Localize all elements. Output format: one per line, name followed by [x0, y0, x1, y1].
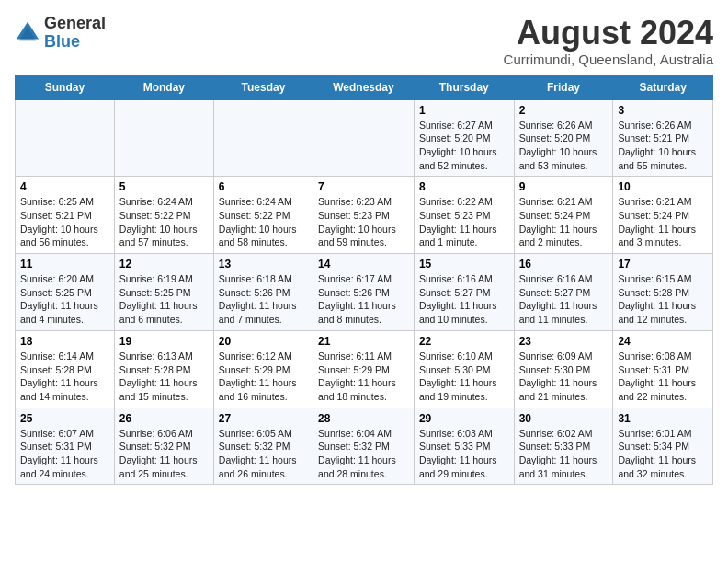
day-info: Sunrise: 6:13 AM Sunset: 5:28 PM Dayligh…: [119, 350, 209, 404]
calendar-cell: 8Sunrise: 6:22 AM Sunset: 5:23 PM Daylig…: [414, 177, 514, 254]
day-info: Sunrise: 6:01 AM Sunset: 5:34 PM Dayligh…: [618, 427, 708, 481]
day-number: 19: [119, 335, 209, 348]
calendar-cell: 15Sunrise: 6:16 AM Sunset: 5:27 PM Dayli…: [414, 254, 514, 331]
day-info: Sunrise: 6:24 AM Sunset: 5:22 PM Dayligh…: [219, 195, 308, 249]
calendar-cell: 5Sunrise: 6:24 AM Sunset: 5:22 PM Daylig…: [114, 177, 213, 254]
day-header-wednesday: Wednesday: [313, 75, 415, 99]
day-number: 8: [419, 180, 509, 193]
logo: General Blue: [15, 15, 106, 52]
calendar-cell: 23Sunrise: 6:09 AM Sunset: 5:30 PM Dayli…: [514, 330, 613, 408]
day-info: Sunrise: 6:02 AM Sunset: 5:33 PM Dayligh…: [519, 427, 609, 481]
day-info: Sunrise: 6:26 AM Sunset: 5:20 PM Dayligh…: [519, 119, 609, 173]
day-info: Sunrise: 6:18 AM Sunset: 5:26 PM Dayligh…: [219, 272, 308, 327]
day-number: 27: [219, 412, 308, 425]
day-number: 20: [219, 335, 308, 348]
day-number: 16: [519, 258, 609, 270]
day-number: 1: [419, 104, 509, 117]
day-number: 17: [618, 258, 708, 270]
week-row-2: 4Sunrise: 6:25 AM Sunset: 5:21 PM Daylig…: [16, 177, 713, 254]
day-info: Sunrise: 6:21 AM Sunset: 5:24 PM Dayligh…: [519, 195, 609, 249]
day-number: 22: [419, 335, 509, 348]
calendar-body: 1Sunrise: 6:27 AM Sunset: 5:20 PM Daylig…: [16, 99, 713, 485]
calendar-table: SundayMondayTuesdayWednesdayThursdayFrid…: [15, 75, 713, 486]
calendar-cell: 24Sunrise: 6:08 AM Sunset: 5:31 PM Dayli…: [613, 330, 713, 408]
calendar-cell: 21Sunrise: 6:11 AM Sunset: 5:29 PM Dayli…: [313, 330, 415, 408]
calendar-cell: 4Sunrise: 6:25 AM Sunset: 5:21 PM Daylig…: [16, 177, 115, 254]
calendar-cell: 17Sunrise: 6:15 AM Sunset: 5:28 PM Dayli…: [613, 254, 713, 331]
day-info: Sunrise: 6:03 AM Sunset: 5:33 PM Dayligh…: [419, 427, 509, 481]
calendar-cell: 26Sunrise: 6:06 AM Sunset: 5:32 PM Dayli…: [114, 408, 213, 485]
calendar-cell: 1Sunrise: 6:27 AM Sunset: 5:20 PM Daylig…: [414, 99, 514, 177]
week-row-5: 25Sunrise: 6:07 AM Sunset: 5:31 PM Dayli…: [16, 408, 713, 485]
calendar-cell: 2Sunrise: 6:26 AM Sunset: 5:20 PM Daylig…: [514, 99, 613, 177]
calendar-cell: 3Sunrise: 6:26 AM Sunset: 5:21 PM Daylig…: [613, 99, 713, 177]
location: Currimundi, Queensland, Australia: [504, 52, 713, 67]
day-header-sunday: Sunday: [16, 75, 115, 99]
week-row-3: 11Sunrise: 6:20 AM Sunset: 5:25 PM Dayli…: [16, 254, 713, 331]
day-info: Sunrise: 6:05 AM Sunset: 5:32 PM Dayligh…: [219, 427, 308, 481]
calendar-cell: 22Sunrise: 6:10 AM Sunset: 5:30 PM Dayli…: [414, 330, 514, 408]
day-header-monday: Monday: [114, 75, 213, 99]
calendar-cell: 9Sunrise: 6:21 AM Sunset: 5:24 PM Daylig…: [514, 177, 613, 254]
day-info: Sunrise: 6:11 AM Sunset: 5:29 PM Dayligh…: [318, 350, 409, 404]
calendar-cell: 25Sunrise: 6:07 AM Sunset: 5:31 PM Dayli…: [16, 408, 115, 485]
calendar-header: SundayMondayTuesdayWednesdayThursdayFrid…: [16, 75, 713, 99]
calendar-cell: 7Sunrise: 6:23 AM Sunset: 5:23 PM Daylig…: [313, 177, 415, 254]
day-number: 11: [20, 258, 109, 270]
day-number: 31: [618, 412, 708, 425]
day-info: Sunrise: 6:06 AM Sunset: 5:32 PM Dayligh…: [119, 427, 209, 481]
calendar-cell: [16, 99, 115, 177]
day-info: Sunrise: 6:09 AM Sunset: 5:30 PM Dayligh…: [519, 350, 609, 404]
day-number: 24: [618, 335, 708, 348]
calendar-cell: 19Sunrise: 6:13 AM Sunset: 5:28 PM Dayli…: [114, 330, 213, 408]
day-info: Sunrise: 6:21 AM Sunset: 5:24 PM Dayligh…: [618, 195, 708, 249]
day-number: 13: [219, 258, 308, 270]
day-number: 21: [318, 335, 409, 348]
day-info: Sunrise: 6:16 AM Sunset: 5:27 PM Dayligh…: [519, 272, 609, 327]
calendar-cell: 13Sunrise: 6:18 AM Sunset: 5:26 PM Dayli…: [213, 254, 313, 331]
day-info: Sunrise: 6:15 AM Sunset: 5:28 PM Dayligh…: [618, 272, 708, 327]
day-info: Sunrise: 6:27 AM Sunset: 5:20 PM Dayligh…: [419, 119, 509, 173]
day-number: 2: [519, 104, 609, 117]
day-number: 26: [119, 412, 209, 425]
calendar-cell: 10Sunrise: 6:21 AM Sunset: 5:24 PM Dayli…: [613, 177, 713, 254]
calendar-cell: 14Sunrise: 6:17 AM Sunset: 5:26 PM Dayli…: [313, 254, 415, 331]
day-info: Sunrise: 6:12 AM Sunset: 5:29 PM Dayligh…: [219, 350, 308, 404]
calendar-cell: [213, 99, 313, 177]
calendar-cell: 29Sunrise: 6:03 AM Sunset: 5:33 PM Dayli…: [414, 408, 514, 485]
day-number: 7: [318, 180, 409, 193]
day-number: 3: [618, 104, 708, 117]
day-number: 6: [219, 180, 308, 193]
calendar-cell: 28Sunrise: 6:04 AM Sunset: 5:32 PM Dayli…: [313, 408, 415, 485]
logo-text: General Blue: [44, 15, 106, 52]
day-info: Sunrise: 6:17 AM Sunset: 5:26 PM Dayligh…: [318, 272, 409, 327]
day-info: Sunrise: 6:10 AM Sunset: 5:30 PM Dayligh…: [419, 350, 509, 404]
day-header-tuesday: Tuesday: [213, 75, 313, 99]
day-number: 25: [20, 412, 109, 425]
day-info: Sunrise: 6:25 AM Sunset: 5:21 PM Dayligh…: [20, 195, 109, 249]
logo-icon: [15, 20, 40, 46]
day-header-thursday: Thursday: [414, 75, 514, 99]
day-number: 14: [318, 258, 409, 270]
day-number: 30: [519, 412, 609, 425]
day-number: 12: [119, 258, 209, 270]
day-number: 5: [119, 180, 209, 193]
header: General Blue August 2024 Currimundi, Que…: [15, 15, 713, 67]
day-header-saturday: Saturday: [613, 75, 713, 99]
calendar-cell: 6Sunrise: 6:24 AM Sunset: 5:22 PM Daylig…: [213, 177, 313, 254]
calendar-cell: 20Sunrise: 6:12 AM Sunset: 5:29 PM Dayli…: [213, 330, 313, 408]
day-number: 4: [20, 180, 109, 193]
day-info: Sunrise: 6:14 AM Sunset: 5:28 PM Dayligh…: [20, 350, 109, 404]
calendar-cell: [114, 99, 213, 177]
day-info: Sunrise: 6:19 AM Sunset: 5:25 PM Dayligh…: [119, 272, 209, 327]
title-area: August 2024 Currimundi, Queensland, Aust…: [504, 15, 713, 67]
day-number: 9: [519, 180, 609, 193]
day-info: Sunrise: 6:26 AM Sunset: 5:21 PM Dayligh…: [618, 119, 708, 173]
day-info: Sunrise: 6:04 AM Sunset: 5:32 PM Dayligh…: [318, 427, 409, 481]
day-info: Sunrise: 6:07 AM Sunset: 5:31 PM Dayligh…: [20, 427, 109, 481]
calendar-cell: 30Sunrise: 6:02 AM Sunset: 5:33 PM Dayli…: [514, 408, 613, 485]
day-headers-row: SundayMondayTuesdayWednesdayThursdayFrid…: [16, 75, 713, 99]
day-info: Sunrise: 6:16 AM Sunset: 5:27 PM Dayligh…: [419, 272, 509, 327]
calendar-cell: 11Sunrise: 6:20 AM Sunset: 5:25 PM Dayli…: [16, 254, 115, 331]
day-info: Sunrise: 6:23 AM Sunset: 5:23 PM Dayligh…: [318, 195, 409, 249]
